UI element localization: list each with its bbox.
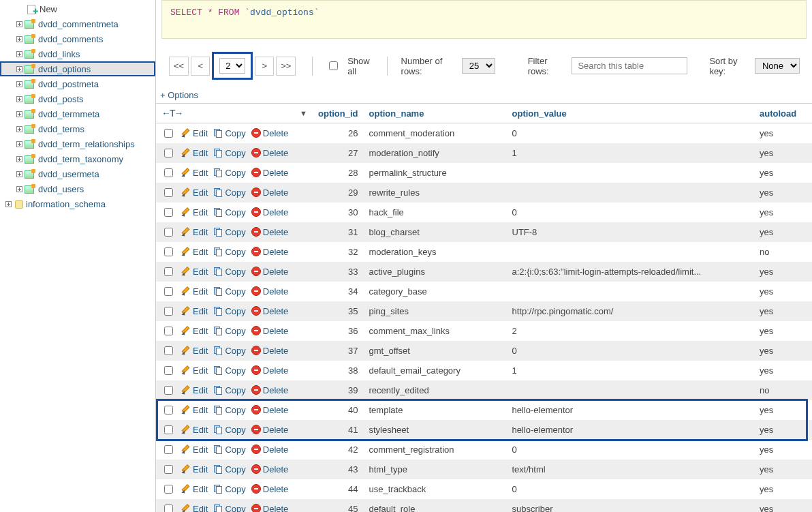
expand-icon[interactable] [5, 201, 12, 207]
copy-link[interactable]: Copy [213, 148, 245, 158]
edit-link[interactable]: Edit [181, 128, 208, 138]
row-checkbox[interactable] [164, 188, 173, 197]
copy-link[interactable]: Copy [213, 484, 245, 494]
copy-link[interactable]: Copy [213, 504, 245, 513]
edit-link[interactable]: Edit [181, 504, 208, 513]
edit-link[interactable]: Edit [181, 306, 208, 316]
sort-by-key-select[interactable]: None [755, 58, 800, 74]
reorder-icon[interactable]: ←T→ [161, 108, 183, 119]
edit-link[interactable]: Edit [181, 326, 208, 336]
sidebar-table-dvdd_comments[interactable]: dvdd_comments [0, 31, 155, 46]
sidebar-table-dvdd_commentmeta[interactable]: dvdd_commentmeta [0, 16, 155, 31]
delete-link[interactable]: Delete [251, 484, 289, 494]
edit-link[interactable]: Edit [181, 247, 208, 257]
row-checkbox[interactable] [164, 168, 173, 177]
sidebar-table-dvdd_options[interactable]: dvdd_options [0, 61, 155, 76]
row-checkbox[interactable] [164, 425, 173, 434]
row-checkbox[interactable] [164, 287, 173, 296]
delete-link[interactable]: Delete [251, 286, 289, 297]
expand-icon[interactable] [16, 171, 22, 177]
expand-icon[interactable] [16, 156, 22, 162]
delete-link[interactable]: Delete [251, 247, 289, 257]
edit-link[interactable]: Edit [181, 168, 208, 178]
copy-link[interactable]: Copy [213, 168, 245, 178]
copy-link[interactable]: Copy [213, 267, 245, 277]
copy-link[interactable]: Copy [213, 464, 245, 475]
sidebar-table-dvdd_users[interactable]: dvdd_users [0, 181, 155, 196]
delete-link[interactable]: Delete [251, 148, 289, 158]
sidebar-table-dvdd_term_taxonomy[interactable]: dvdd_term_taxonomy [0, 151, 155, 166]
edit-link[interactable]: Edit [181, 484, 208, 494]
copy-link[interactable]: Copy [213, 425, 245, 435]
row-checkbox[interactable] [164, 327, 173, 335]
delete-link[interactable]: Delete [251, 385, 289, 395]
edit-link[interactable]: Edit [181, 148, 208, 158]
row-checkbox[interactable] [164, 346, 173, 355]
copy-link[interactable]: Copy [213, 385, 245, 395]
delete-link[interactable]: Delete [251, 168, 289, 178]
row-checkbox[interactable] [164, 445, 173, 454]
copy-link[interactable]: Copy [213, 286, 245, 297]
column-header-option-value[interactable]: option_value [507, 104, 755, 123]
expand-icon[interactable] [16, 111, 22, 117]
edit-link[interactable]: Edit [181, 207, 208, 217]
row-checkbox[interactable] [164, 485, 173, 494]
expand-icon[interactable] [16, 96, 22, 102]
column-header-option-name[interactable]: option_name [364, 104, 507, 123]
sidebar-table-dvdd_usermeta[interactable]: dvdd_usermeta [0, 166, 155, 181]
row-checkbox[interactable] [164, 386, 173, 395]
page-last-button[interactable]: >> [276, 57, 296, 76]
row-checkbox[interactable] [164, 208, 173, 217]
delete-link[interactable]: Delete [251, 326, 289, 336]
edit-link[interactable]: Edit [181, 464, 208, 475]
expand-icon[interactable] [16, 141, 22, 147]
sort-caret-icon[interactable]: ▼ [300, 109, 307, 117]
delete-link[interactable]: Delete [251, 306, 289, 316]
copy-link[interactable]: Copy [213, 365, 245, 376]
sidebar-table-dvdd_termmeta[interactable]: dvdd_termmeta [0, 106, 155, 121]
num-rows-select[interactable]: 25 [462, 58, 495, 74]
row-checkbox[interactable] [164, 406, 173, 415]
delete-link[interactable]: Delete [251, 346, 289, 356]
edit-link[interactable]: Edit [181, 385, 208, 395]
copy-link[interactable]: Copy [213, 405, 245, 415]
expand-icon[interactable] [16, 66, 22, 72]
delete-link[interactable]: Delete [251, 464, 289, 475]
copy-link[interactable]: Copy [213, 326, 245, 336]
copy-link[interactable]: Copy [213, 445, 245, 455]
column-header-autoload[interactable]: autoload [754, 104, 812, 123]
page-next-button[interactable]: > [255, 57, 274, 76]
copy-link[interactable]: Copy [213, 187, 245, 198]
copy-link[interactable]: Copy [213, 207, 245, 217]
show-all-checkbox[interactable] [329, 61, 338, 70]
edit-link[interactable]: Edit [181, 187, 208, 198]
edit-link[interactable]: Edit [181, 267, 208, 277]
page-first-button[interactable]: << [169, 57, 189, 76]
expand-icon[interactable] [16, 126, 22, 132]
delete-link[interactable]: Delete [251, 405, 289, 415]
row-checkbox[interactable] [164, 366, 173, 375]
edit-link[interactable]: Edit [181, 227, 208, 237]
delete-link[interactable]: Delete [251, 267, 289, 277]
options-toggle[interactable]: + Options [156, 87, 812, 103]
page-prev-button[interactable]: < [191, 57, 210, 76]
delete-link[interactable]: Delete [251, 445, 289, 455]
row-checkbox[interactable] [164, 247, 173, 256]
copy-link[interactable]: Copy [213, 247, 245, 257]
sidebar-table-dvdd_term_relationships[interactable]: dvdd_term_relationships [0, 136, 155, 151]
edit-link[interactable]: Edit [181, 346, 208, 356]
delete-link[interactable]: Delete [251, 227, 289, 237]
copy-link[interactable]: Copy [213, 227, 245, 237]
copy-link[interactable]: Copy [213, 306, 245, 316]
sidebar-new-table[interactable]: New [0, 1, 155, 16]
sidebar-db-information-schema[interactable]: information_schema [0, 196, 155, 211]
delete-link[interactable]: Delete [251, 187, 289, 198]
sidebar-table-dvdd_terms[interactable]: dvdd_terms [0, 121, 155, 136]
edit-link[interactable]: Edit [181, 445, 208, 455]
row-checkbox[interactable] [164, 149, 173, 157]
delete-link[interactable]: Delete [251, 504, 289, 513]
row-checkbox[interactable] [164, 307, 173, 316]
sidebar-table-dvdd_links[interactable]: dvdd_links [0, 46, 155, 61]
edit-link[interactable]: Edit [181, 405, 208, 415]
delete-link[interactable]: Delete [251, 128, 289, 138]
